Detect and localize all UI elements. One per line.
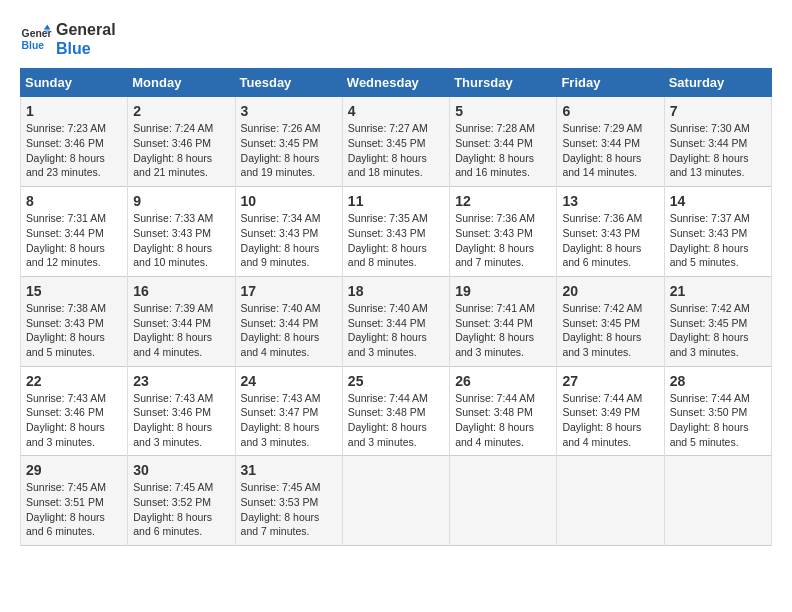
day-number: 21 — [670, 283, 766, 299]
calendar-table: Sunday Monday Tuesday Wednesday Thursday… — [20, 68, 772, 546]
cell-content: Sunrise: 7:44 AM Sunset: 3:49 PM Dayligh… — [562, 391, 658, 450]
cell-content: Sunrise: 7:31 AM Sunset: 3:44 PM Dayligh… — [26, 211, 122, 270]
calendar-week-4: 22 Sunrise: 7:43 AM Sunset: 3:46 PM Dayl… — [21, 366, 772, 456]
calendar-cell-12: 12 Sunrise: 7:36 AM Sunset: 3:43 PM Dayl… — [450, 187, 557, 277]
calendar-cell-4: 4 Sunrise: 7:27 AM Sunset: 3:45 PM Dayli… — [342, 97, 449, 187]
day-number: 22 — [26, 373, 122, 389]
calendar-cell-29: 29 Sunrise: 7:45 AM Sunset: 3:51 PM Dayl… — [21, 456, 128, 546]
cell-content: Sunrise: 7:38 AM Sunset: 3:43 PM Dayligh… — [26, 301, 122, 360]
cell-content: Sunrise: 7:40 AM Sunset: 3:44 PM Dayligh… — [348, 301, 444, 360]
svg-text:Blue: Blue — [22, 40, 45, 51]
calendar-cell-17: 17 Sunrise: 7:40 AM Sunset: 3:44 PM Dayl… — [235, 276, 342, 366]
day-number: 17 — [241, 283, 337, 299]
day-number: 3 — [241, 103, 337, 119]
day-number: 20 — [562, 283, 658, 299]
logo-blue: Blue — [56, 39, 116, 58]
calendar-cell-25: 25 Sunrise: 7:44 AM Sunset: 3:48 PM Dayl… — [342, 366, 449, 456]
calendar-cell-14: 14 Sunrise: 7:37 AM Sunset: 3:43 PM Dayl… — [664, 187, 771, 277]
day-number: 24 — [241, 373, 337, 389]
calendar-week-1: 1 Sunrise: 7:23 AM Sunset: 3:46 PM Dayli… — [21, 97, 772, 187]
svg-marker-2 — [44, 25, 50, 30]
calendar-cell-27: 27 Sunrise: 7:44 AM Sunset: 3:49 PM Dayl… — [557, 366, 664, 456]
logo: General Blue General Blue — [20, 20, 116, 58]
day-number: 2 — [133, 103, 229, 119]
cell-content: Sunrise: 7:33 AM Sunset: 3:43 PM Dayligh… — [133, 211, 229, 270]
empty-cell — [450, 456, 557, 546]
calendar-cell-16: 16 Sunrise: 7:39 AM Sunset: 3:44 PM Dayl… — [128, 276, 235, 366]
calendar-cell-2: 2 Sunrise: 7:24 AM Sunset: 3:46 PM Dayli… — [128, 97, 235, 187]
cell-content: Sunrise: 7:29 AM Sunset: 3:44 PM Dayligh… — [562, 121, 658, 180]
calendar-week-5: 29 Sunrise: 7:45 AM Sunset: 3:51 PM Dayl… — [21, 456, 772, 546]
cell-content: Sunrise: 7:45 AM Sunset: 3:52 PM Dayligh… — [133, 480, 229, 539]
calendar-cell-7: 7 Sunrise: 7:30 AM Sunset: 3:44 PM Dayli… — [664, 97, 771, 187]
day-number: 6 — [562, 103, 658, 119]
day-number: 28 — [670, 373, 766, 389]
cell-content: Sunrise: 7:27 AM Sunset: 3:45 PM Dayligh… — [348, 121, 444, 180]
day-number: 25 — [348, 373, 444, 389]
col-sunday: Sunday — [21, 69, 128, 97]
cell-content: Sunrise: 7:36 AM Sunset: 3:43 PM Dayligh… — [562, 211, 658, 270]
cell-content: Sunrise: 7:45 AM Sunset: 3:51 PM Dayligh… — [26, 480, 122, 539]
day-number: 19 — [455, 283, 551, 299]
calendar-cell-18: 18 Sunrise: 7:40 AM Sunset: 3:44 PM Dayl… — [342, 276, 449, 366]
day-number: 14 — [670, 193, 766, 209]
cell-content: Sunrise: 7:42 AM Sunset: 3:45 PM Dayligh… — [562, 301, 658, 360]
day-number: 9 — [133, 193, 229, 209]
cell-content: Sunrise: 7:34 AM Sunset: 3:43 PM Dayligh… — [241, 211, 337, 270]
day-number: 12 — [455, 193, 551, 209]
day-number: 5 — [455, 103, 551, 119]
calendar-cell-26: 26 Sunrise: 7:44 AM Sunset: 3:48 PM Dayl… — [450, 366, 557, 456]
calendar-cell-8: 8 Sunrise: 7:31 AM Sunset: 3:44 PM Dayli… — [21, 187, 128, 277]
day-number: 26 — [455, 373, 551, 389]
calendar-cell-1: 1 Sunrise: 7:23 AM Sunset: 3:46 PM Dayli… — [21, 97, 128, 187]
cell-content: Sunrise: 7:37 AM Sunset: 3:43 PM Dayligh… — [670, 211, 766, 270]
calendar-cell-5: 5 Sunrise: 7:28 AM Sunset: 3:44 PM Dayli… — [450, 97, 557, 187]
cell-content: Sunrise: 7:43 AM Sunset: 3:47 PM Dayligh… — [241, 391, 337, 450]
cell-content: Sunrise: 7:41 AM Sunset: 3:44 PM Dayligh… — [455, 301, 551, 360]
empty-cell — [342, 456, 449, 546]
cell-content: Sunrise: 7:44 AM Sunset: 3:50 PM Dayligh… — [670, 391, 766, 450]
calendar-cell-21: 21 Sunrise: 7:42 AM Sunset: 3:45 PM Dayl… — [664, 276, 771, 366]
day-number: 18 — [348, 283, 444, 299]
calendar-cell-22: 22 Sunrise: 7:43 AM Sunset: 3:46 PM Dayl… — [21, 366, 128, 456]
logo-general: General — [56, 20, 116, 39]
cell-content: Sunrise: 7:40 AM Sunset: 3:44 PM Dayligh… — [241, 301, 337, 360]
cell-content: Sunrise: 7:44 AM Sunset: 3:48 PM Dayligh… — [455, 391, 551, 450]
col-tuesday: Tuesday — [235, 69, 342, 97]
day-number: 30 — [133, 462, 229, 478]
col-friday: Friday — [557, 69, 664, 97]
calendar-cell-24: 24 Sunrise: 7:43 AM Sunset: 3:47 PM Dayl… — [235, 366, 342, 456]
calendar-cell-10: 10 Sunrise: 7:34 AM Sunset: 3:43 PM Dayl… — [235, 187, 342, 277]
day-number: 10 — [241, 193, 337, 209]
calendar-cell-28: 28 Sunrise: 7:44 AM Sunset: 3:50 PM Dayl… — [664, 366, 771, 456]
calendar-cell-9: 9 Sunrise: 7:33 AM Sunset: 3:43 PM Dayli… — [128, 187, 235, 277]
calendar-cell-11: 11 Sunrise: 7:35 AM Sunset: 3:43 PM Dayl… — [342, 187, 449, 277]
day-number: 23 — [133, 373, 229, 389]
cell-content: Sunrise: 7:30 AM Sunset: 3:44 PM Dayligh… — [670, 121, 766, 180]
cell-content: Sunrise: 7:39 AM Sunset: 3:44 PM Dayligh… — [133, 301, 229, 360]
empty-cell — [557, 456, 664, 546]
cell-content: Sunrise: 7:23 AM Sunset: 3:46 PM Dayligh… — [26, 121, 122, 180]
cell-content: Sunrise: 7:43 AM Sunset: 3:46 PM Dayligh… — [26, 391, 122, 450]
day-number: 29 — [26, 462, 122, 478]
day-number: 4 — [348, 103, 444, 119]
day-number: 16 — [133, 283, 229, 299]
col-monday: Monday — [128, 69, 235, 97]
calendar-cell-30: 30 Sunrise: 7:45 AM Sunset: 3:52 PM Dayl… — [128, 456, 235, 546]
calendar-week-3: 15 Sunrise: 7:38 AM Sunset: 3:43 PM Dayl… — [21, 276, 772, 366]
cell-content: Sunrise: 7:24 AM Sunset: 3:46 PM Dayligh… — [133, 121, 229, 180]
col-thursday: Thursday — [450, 69, 557, 97]
day-number: 1 — [26, 103, 122, 119]
day-number: 27 — [562, 373, 658, 389]
calendar-cell-20: 20 Sunrise: 7:42 AM Sunset: 3:45 PM Dayl… — [557, 276, 664, 366]
day-number: 11 — [348, 193, 444, 209]
calendar-cell-6: 6 Sunrise: 7:29 AM Sunset: 3:44 PM Dayli… — [557, 97, 664, 187]
cell-content: Sunrise: 7:26 AM Sunset: 3:45 PM Dayligh… — [241, 121, 337, 180]
calendar-week-2: 8 Sunrise: 7:31 AM Sunset: 3:44 PM Dayli… — [21, 187, 772, 277]
day-number: 8 — [26, 193, 122, 209]
cell-content: Sunrise: 7:42 AM Sunset: 3:45 PM Dayligh… — [670, 301, 766, 360]
cell-content: Sunrise: 7:43 AM Sunset: 3:46 PM Dayligh… — [133, 391, 229, 450]
calendar-cell-31: 31 Sunrise: 7:45 AM Sunset: 3:53 PM Dayl… — [235, 456, 342, 546]
cell-content: Sunrise: 7:44 AM Sunset: 3:48 PM Dayligh… — [348, 391, 444, 450]
calendar-header-row: Sunday Monday Tuesday Wednesday Thursday… — [21, 69, 772, 97]
